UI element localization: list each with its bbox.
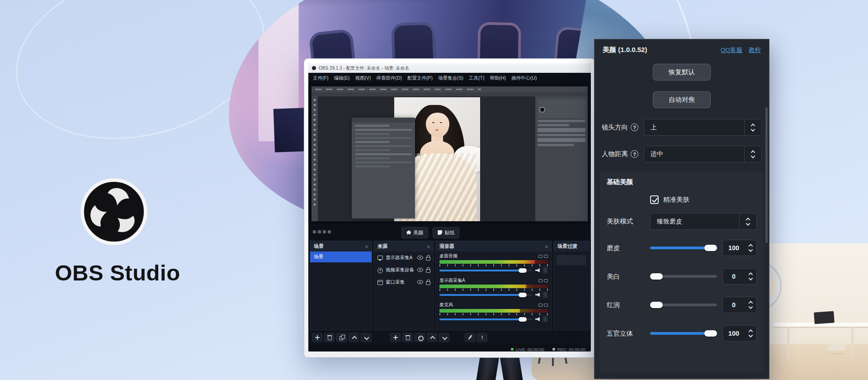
source-type-icon	[377, 280, 383, 285]
stepper-arrows[interactable]	[745, 326, 756, 341]
mixer-edit-button[interactable]	[465, 333, 475, 342]
spinner-arrows[interactable]	[744, 146, 761, 162]
duplicate-scene-button[interactable]	[336, 333, 347, 342]
scene-item-selected[interactable]: 场景	[310, 252, 372, 262]
dock-menu-icon[interactable]: ≡	[365, 244, 368, 249]
channel-more-icon[interactable]: ⋮	[542, 291, 548, 298]
beauty-slider-row: 美白 0	[607, 268, 757, 285]
menu-item[interactable]: 场景集合(S)	[435, 75, 466, 81]
qq-support-link[interactable]: QQ客服	[721, 46, 742, 54]
sources-list: 显示器采集A 视频采集设备	[374, 252, 434, 288]
source-up-button[interactable]	[427, 333, 437, 342]
sticker-toolbar-button[interactable]: 贴纸	[433, 227, 459, 238]
source-properties-button[interactable]	[415, 333, 425, 342]
menu-item[interactable]: 工具(T)	[466, 75, 487, 81]
add-source-button[interactable]	[390, 333, 401, 342]
slider-handle[interactable]	[704, 245, 717, 251]
mixer-channels: 桌面音频 ⋮	[436, 252, 552, 325]
value-stepper[interactable]: 100	[722, 240, 757, 256]
scene-down-button[interactable]	[361, 333, 371, 342]
source-item[interactable]: 显示器采集A	[374, 252, 434, 264]
dock-toolbars: !	[308, 330, 591, 344]
lock-icon[interactable]	[426, 281, 430, 285]
add-scene-button[interactable]	[312, 333, 322, 342]
beauty-sliders: 磨皮 100 美白	[607, 240, 757, 342]
lock-icon[interactable]	[426, 269, 430, 273]
panel-title: 美颜 (1.0.0.52)	[603, 46, 647, 54]
marketing-canvas: OBS Studio OBS 29.1.3 - 配置文件: 未命名 - 场景: …	[0, 0, 868, 380]
channel-label: 麦克风	[439, 302, 453, 308]
beauty-slider-row: 磨皮 100	[607, 240, 757, 256]
panel-scrollbar[interactable]	[765, 107, 768, 243]
spinner-arrows[interactable]	[739, 214, 756, 229]
value-stepper[interactable]: 100	[722, 325, 757, 342]
source-item[interactable]: 窗口采集	[374, 276, 434, 288]
autofocus-button[interactable]: 自动对焦	[653, 91, 711, 108]
stepper-arrows[interactable]	[745, 297, 756, 313]
channel-icons[interactable]	[538, 279, 548, 282]
channel-more-icon[interactable]: ⋮	[542, 316, 548, 323]
mixer-alert-button[interactable]: !	[477, 333, 487, 342]
precise-skin-checkbox-row[interactable]: 精准美肤	[650, 195, 757, 204]
dropdown-select[interactable]: 上	[644, 119, 762, 136]
remove-source-button[interactable]	[402, 333, 413, 342]
tutorial-link[interactable]: 教程	[749, 46, 761, 54]
speaker-icon[interactable]	[535, 317, 540, 321]
skin-mode-select[interactable]: 臻致磨皮	[650, 213, 757, 230]
source-item[interactable]: 视频采集设备	[374, 264, 434, 276]
volume-handle[interactable]	[519, 293, 527, 297]
restore-defaults-button[interactable]: 恢复默认	[653, 64, 711, 81]
checkbox-checked-icon[interactable]	[650, 195, 659, 204]
menu-item[interactable]: 文件(F)	[310, 75, 331, 81]
visibility-eye-icon[interactable]	[417, 268, 423, 272]
value-stepper[interactable]: 0	[722, 297, 757, 313]
source-down-button[interactable]	[439, 333, 449, 342]
slider-track[interactable]	[650, 273, 717, 280]
help-icon[interactable]: ?	[631, 150, 638, 158]
menu-item[interactable]: 编辑(E)	[331, 75, 352, 81]
menu-item[interactable]: 配置文件(P)	[405, 75, 435, 81]
volume-slider[interactable]: ⋮	[439, 267, 548, 274]
stepper-arrows[interactable]	[745, 269, 756, 284]
visibility-eye-icon[interactable]	[417, 256, 423, 260]
obs-app-icon	[312, 66, 316, 70]
scene-up-button[interactable]	[349, 333, 359, 342]
stepper-arrows[interactable]	[745, 240, 756, 256]
scenes-dock-header: 场景 ≡	[310, 241, 372, 252]
menu-item[interactable]: 插件中心(U)	[509, 75, 540, 81]
slider-handle[interactable]	[650, 302, 663, 308]
volume-slider[interactable]: ⋮	[439, 316, 548, 323]
slider-track[interactable]	[650, 302, 717, 308]
spinner-arrows[interactable]	[744, 119, 761, 135]
portrait-lips	[435, 129, 439, 131]
volume-slider[interactable]: ⋮	[439, 291, 548, 298]
menu-item[interactable]: 停靠部件(D)	[373, 75, 405, 81]
audio-level-meter	[439, 285, 548, 288]
rec-dot	[552, 348, 555, 351]
menu-item[interactable]: 视图(V)	[352, 75, 373, 81]
channel-more-icon[interactable]: ⋮	[542, 267, 548, 274]
beauty-toolbar-button[interactable]: 美颜	[401, 227, 428, 238]
volume-handle[interactable]	[519, 317, 527, 322]
remove-scene-button[interactable]	[324, 333, 335, 342]
channel-icons[interactable]	[538, 304, 548, 307]
channel-icons[interactable]	[538, 255, 548, 258]
visibility-eye-icon[interactable]	[417, 280, 423, 284]
camera-settings: 镜头方向 ? 上 人物距离 ? 适中	[594, 119, 769, 162]
help-icon[interactable]: ?	[631, 124, 638, 131]
dock-menu-icon[interactable]: ≡	[427, 244, 430, 249]
slider-handle[interactable]	[704, 330, 717, 337]
volume-handle[interactable]	[519, 268, 527, 273]
lock-icon[interactable]	[426, 257, 430, 261]
speaker-icon[interactable]	[535, 293, 540, 297]
dock-menu-icon[interactable]: ≡	[545, 244, 548, 249]
transition-select[interactable]	[557, 255, 586, 265]
menu-item[interactable]: 帮助(H)	[487, 75, 509, 81]
panel-links: QQ客服 教程	[721, 46, 761, 54]
slider-track[interactable]	[650, 330, 717, 337]
value-stepper[interactable]: 0	[722, 268, 757, 285]
slider-handle[interactable]	[650, 273, 663, 280]
slider-track[interactable]	[650, 245, 717, 251]
speaker-icon[interactable]	[535, 268, 540, 272]
dropdown-select[interactable]: 适中	[644, 146, 762, 162]
